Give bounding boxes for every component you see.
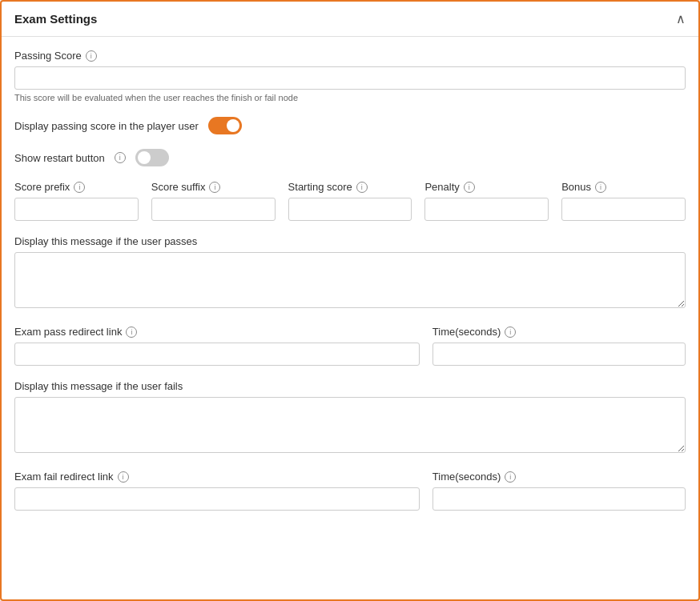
pass-time-input[interactable] xyxy=(432,343,686,366)
exam-fail-redirect-row: Exam fail redirect link i Time(seconds) … xyxy=(14,471,686,511)
exam-pass-redirect-col: Exam pass redirect link i xyxy=(14,326,420,366)
show-restart-button-info-icon[interactable]: i xyxy=(115,152,126,163)
display-passing-score-slider xyxy=(208,117,242,134)
passing-score-info-icon[interactable]: i xyxy=(86,50,97,62)
bonus-input[interactable] xyxy=(561,198,686,221)
bonus-info-icon[interactable]: i xyxy=(595,182,606,193)
bonus-field: Bonus i xyxy=(561,181,686,221)
show-restart-button-toggle[interactable] xyxy=(135,149,169,166)
penalty-info-icon[interactable]: i xyxy=(464,182,475,193)
show-restart-button-slider xyxy=(135,149,169,166)
pass-time-col: Time(seconds) i xyxy=(432,326,686,366)
fail-message-group: Display this message if the user fails xyxy=(14,380,686,456)
score-fields-row: Score prefix i Score suffix i Starting s… xyxy=(14,181,686,221)
score-prefix-field: Score prefix i xyxy=(14,181,139,221)
starting-score-info-icon[interactable]: i xyxy=(356,182,368,193)
pass-time-info-icon[interactable]: i xyxy=(505,327,516,338)
score-suffix-input[interactable] xyxy=(151,198,276,221)
show-restart-button-label: Show restart button xyxy=(14,152,105,164)
exam-fail-redirect-col: Exam fail redirect link i xyxy=(14,471,420,511)
pass-message-group: Display this message if the user passes xyxy=(14,235,686,311)
score-prefix-input[interactable] xyxy=(14,198,139,221)
passing-score-input[interactable] xyxy=(14,66,686,90)
score-suffix-info-icon[interactable]: i xyxy=(209,182,220,193)
display-passing-score-row: Display passing score in the player user xyxy=(14,117,686,134)
passing-score-hint: This score will be evaluated when the us… xyxy=(14,93,686,102)
fail-message-textarea[interactable] xyxy=(14,397,686,453)
exam-pass-redirect-info-icon[interactable]: i xyxy=(126,327,137,338)
exam-settings-panel: Exam Settings ∧ Passing Score i This sco… xyxy=(0,0,700,601)
fail-time-input[interactable] xyxy=(432,487,686,511)
penalty-input[interactable] xyxy=(424,198,549,221)
exam-fail-redirect-input[interactable] xyxy=(14,487,420,511)
starting-score-field: Starting score i xyxy=(288,181,412,221)
passing-score-group: Passing Score i This score will be evalu… xyxy=(14,50,686,102)
fail-time-col: Time(seconds) i xyxy=(432,471,686,511)
collapse-icon[interactable]: ∧ xyxy=(676,11,686,26)
exam-fail-redirect-info-icon[interactable]: i xyxy=(118,471,129,483)
score-suffix-field: Score suffix i xyxy=(151,181,276,221)
panel-header: Exam Settings ∧ xyxy=(2,2,698,37)
passing-score-label: Passing Score i xyxy=(14,50,686,62)
display-passing-score-label: Display passing score in the player user xyxy=(14,120,199,132)
show-restart-button-row: Show restart button i xyxy=(14,149,686,166)
panel-body: Passing Score i This score will be evalu… xyxy=(2,37,698,538)
score-prefix-info-icon[interactable]: i xyxy=(74,182,85,193)
pass-message-textarea[interactable] xyxy=(14,252,686,308)
penalty-field: Penalty i xyxy=(424,181,549,221)
exam-pass-redirect-input[interactable] xyxy=(14,343,420,366)
display-passing-score-toggle[interactable] xyxy=(208,117,242,134)
starting-score-input[interactable] xyxy=(288,198,412,221)
fail-time-info-icon[interactable]: i xyxy=(505,471,516,483)
exam-pass-redirect-row: Exam pass redirect link i Time(seconds) … xyxy=(14,326,686,366)
panel-title: Exam Settings xyxy=(14,12,97,26)
